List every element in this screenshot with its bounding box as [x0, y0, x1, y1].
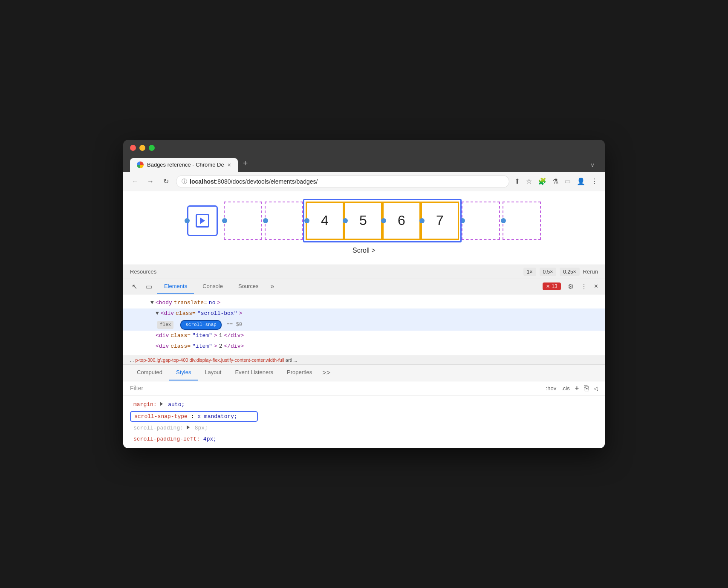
html-line-scroll-box[interactable]: ▼ <div class= "scroll-box" > [123, 308, 605, 319]
scroll-item-empty-4 [503, 202, 541, 240]
scroll-label: Scroll > [352, 247, 376, 254]
resources-label: Resources [130, 268, 156, 275]
sidebar-toggle-icon[interactable]: ◁ [594, 385, 598, 392]
bookmark-icon[interactable]: ☆ [526, 177, 532, 185]
cursor-icon[interactable]: ↖ [128, 279, 141, 294]
active-tab[interactable]: Badges reference - Chrome De × [130, 158, 238, 172]
devtools-actions: ⚙ ⋮ × [566, 281, 600, 292]
snap-dot-2 [263, 218, 268, 223]
devtools-topbar: Resources 1× 0.5× 0.25× Rerun [123, 265, 605, 279]
hov-button[interactable]: :hov [546, 385, 557, 392]
back-button[interactable]: ← [130, 178, 140, 185]
error-count: 13 [552, 283, 557, 289]
settings-icon[interactable]: ⚙ [566, 281, 575, 292]
snap-dot-4 [304, 218, 309, 223]
device-icon[interactable]: ▭ [142, 279, 156, 294]
extensions-icon[interactable]: 🧩 [538, 177, 546, 185]
tab-title: Badges reference - Chrome De [147, 161, 224, 168]
share-icon[interactable]: ⬆ [514, 177, 520, 185]
maximize-button[interactable] [149, 145, 155, 151]
tab-layout[interactable]: Layout [198, 365, 228, 380]
css-snap-type-line: scroll-snap-type : x mandatory; [130, 411, 258, 422]
cls-button[interactable]: .cls [561, 385, 570, 392]
address-input[interactable]: ⓘ localhost:8080/docs/devtools/elements/… [176, 175, 509, 188]
tab-elements[interactable]: Elements [157, 280, 194, 294]
title-bar: Badges reference - Chrome De × + ∨ [123, 140, 605, 172]
toolbar-icons: ⬆ ☆ 🧩 ⚗ ▭ 👤 ⋮ [514, 177, 598, 185]
more-panels-button[interactable]: >> [319, 365, 334, 381]
scroll-item-7: 7 [421, 202, 459, 240]
css-scroll-padding-line: scroll-padding: 8px; [123, 423, 605, 434]
add-style-button[interactable]: + [575, 384, 579, 392]
filter-label[interactable]: Filter [130, 385, 541, 392]
html-line-body: ▼ <body translate= no > [123, 298, 605, 308]
scroll-item-empty-1 [224, 202, 262, 240]
tab-styles[interactable]: Styles [169, 365, 198, 380]
menu-icon[interactable]: ⋮ [591, 177, 598, 185]
url-host: localhost [190, 178, 216, 185]
url-path: :8080/docs/devtools/elements/badges/ [216, 178, 318, 185]
tab-properties[interactable]: Properties [280, 365, 319, 380]
close-button[interactable] [130, 145, 136, 151]
more-options-icon[interactable]: ⋮ [579, 281, 589, 292]
html-line-item-1: <div class= "item" > 1 </div> [149, 331, 605, 341]
error-badge: ✕ 13 [543, 282, 560, 290]
address-bar: ← → ↻ ⓘ localhost:8080/docs/devtools/ele… [123, 172, 605, 191]
css-panel: margin: auto; scroll-snap-type : x manda… [123, 396, 605, 448]
breadcrumb: ... p-top-300.lg\:gap-top-400 div.displa… [123, 356, 605, 365]
html-line-badges: flex scroll-snap == $0 [123, 319, 605, 331]
snap-dot-6 [381, 218, 386, 223]
new-tab-button[interactable]: + [238, 155, 253, 172]
tab-computed[interactable]: Computed [130, 365, 169, 380]
speed-05x-button[interactable]: 0.5× [540, 268, 557, 276]
tab-console[interactable]: Console [196, 280, 230, 294]
css-margin-line: margin: auto; [123, 399, 605, 410]
scroll-item-empty-3 [462, 202, 500, 240]
scroll-snap-badge[interactable]: scroll-snap [180, 320, 222, 330]
more-tabs-button[interactable]: » [267, 279, 278, 294]
snap-dot-3 [460, 218, 465, 223]
scroll-item-6: 6 [382, 202, 421, 240]
rerun-button[interactable]: Rerun [583, 268, 598, 275]
flask-icon[interactable]: ⚗ [552, 177, 558, 185]
speed-1x-button[interactable]: 1× [523, 268, 536, 276]
window-icon[interactable]: ▭ [564, 177, 571, 185]
triangle-padding-icon[interactable] [187, 425, 190, 429]
security-icon: ⓘ [182, 178, 187, 185]
snap-dot-left-icon [185, 218, 190, 223]
highlighted-group: 4 5 6 [306, 202, 459, 240]
forward-button[interactable]: → [145, 178, 156, 185]
page-content: 4 5 6 [123, 191, 605, 265]
inner-icon [196, 214, 209, 228]
tab-sources[interactable]: Sources [231, 280, 266, 294]
triangle-icon[interactable] [160, 402, 163, 406]
chrome-icon [137, 161, 144, 168]
devtools-header: ↖ ▭ Elements Console Sources » ✕ 13 ⚙ ⋮ … [123, 279, 605, 294]
scroll-demo-row: 4 5 6 [187, 202, 541, 240]
traffic-lights [130, 145, 598, 151]
html-line-item-2: <div class= "item" > 2 </div> [149, 341, 605, 352]
scroll-item-4: 4 [306, 202, 344, 240]
devtools-panel: Resources 1× 0.5× 0.25× Rerun ↖ ▭ Elemen… [123, 265, 605, 448]
copy-styles-icon[interactable]: ⎘ [584, 384, 589, 393]
refresh-button[interactable]: ↻ [161, 177, 171, 185]
speed-025x-button[interactable]: 0.25× [560, 268, 579, 276]
tab-event-listeners[interactable]: Event Listeners [228, 365, 280, 380]
outer-icon-border [187, 205, 218, 236]
elements-panel: ▼ <body translate= no > ▼ <div class= "s… [123, 294, 605, 356]
equals-zero: == $0 [227, 321, 242, 329]
tab-close-button[interactable]: × [228, 161, 231, 168]
snap-dot-1 [222, 218, 227, 223]
profile-icon[interactable]: 👤 [577, 177, 585, 185]
play-icon [200, 217, 205, 224]
close-devtools-icon[interactable]: × [592, 281, 600, 292]
minimize-button[interactable] [139, 145, 145, 151]
tab-chevron-icon[interactable]: ∨ [587, 158, 598, 172]
flex-badge[interactable]: flex [157, 321, 173, 329]
tab-bar: Badges reference - Chrome De × + ∨ [130, 155, 598, 172]
error-x-icon: ✕ [546, 284, 550, 289]
url-display: localhost:8080/docs/devtools/elements/ba… [190, 178, 504, 185]
scroll-item-5: 5 [344, 202, 382, 240]
css-scroll-padding-left-line: scroll-padding-left: 4px; [123, 434, 605, 445]
snap-dot-7 [419, 218, 425, 223]
